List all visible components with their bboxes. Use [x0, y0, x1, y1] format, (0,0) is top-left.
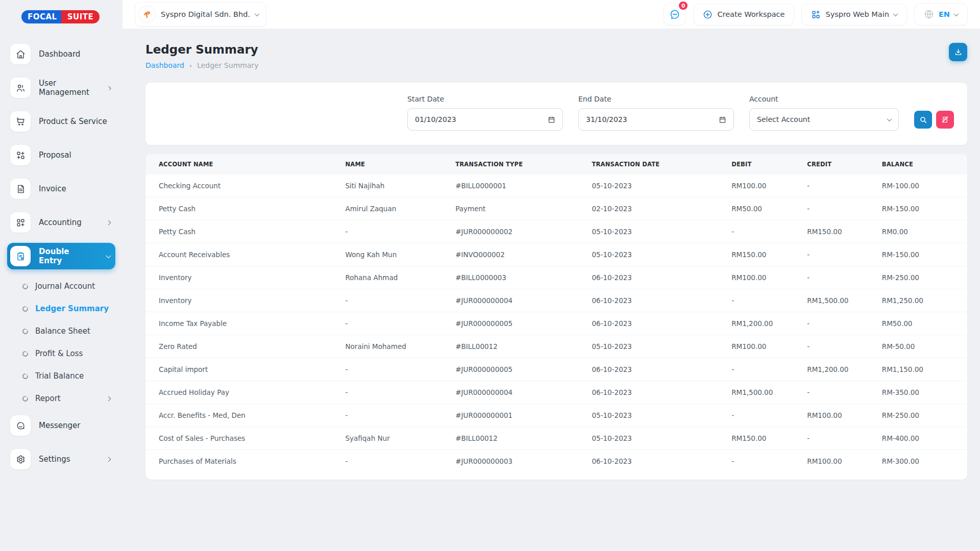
cell-name: Syafiqah Nur: [332, 427, 442, 449]
chevron-down-icon: [954, 11, 959, 16]
sidebar-item-dashboard[interactable]: Dashboard: [7, 41, 115, 67]
start-date-input[interactable]: 01/10/2023: [407, 108, 563, 131]
sidebar-subitem-label: Profit & Loss: [35, 349, 83, 358]
start-date-value: 01/10/2023: [415, 115, 456, 123]
cell-balance: RM-400.00: [869, 427, 967, 449]
calendar-icon: [719, 116, 726, 123]
account-label: Account: [749, 95, 899, 103]
cell-debit: RM150.00: [718, 243, 794, 266]
cell-account-name: Accr. Benefits - Med, Den: [145, 404, 332, 427]
table-header-row: ACCOUNT NAME NAME TRANSACTION TYPE TRANS…: [145, 154, 967, 174]
cell-debit: RM1,200.00: [718, 312, 794, 335]
cell-debit: RM100.00: [718, 266, 794, 289]
search-icon: [919, 116, 927, 124]
table-row[interactable]: Account Receivables Wong Kah Mun #INVO00…: [145, 243, 967, 266]
cell-transaction-type: #BILL0000001: [442, 174, 578, 197]
messages-button[interactable]: 0: [664, 3, 686, 26]
table-row[interactable]: Checking Account Siti Najihah #BILL00000…: [145, 174, 967, 197]
cell-name: -: [332, 358, 442, 381]
bullet-icon: [21, 305, 29, 312]
cell-account-name: Inventory: [145, 266, 332, 289]
cell-credit: RM100.00: [794, 404, 869, 427]
cell-name: Wong Kah Mun: [332, 243, 442, 266]
account-field: Account Select Account: [749, 95, 899, 131]
sidebar-item-product-service[interactable]: Product & Service: [7, 108, 115, 135]
message-count-badge: 0: [678, 1, 689, 11]
cell-transaction-type: #JUR000000005: [442, 358, 578, 381]
sidebar: FOCAL SUITE Dashboard User Management Pr…: [0, 0, 122, 551]
language-selector[interactable]: EN: [914, 3, 968, 26]
cell-transaction-date: 06-10-2023: [578, 289, 718, 312]
clear-filter-button[interactable]: [936, 111, 954, 129]
cell-debit: RM100.00: [718, 174, 794, 197]
account-select[interactable]: Select Account: [749, 108, 899, 131]
cell-transaction-date: 05-10-2023: [578, 404, 718, 427]
sidebar-subitem-balance-sheet[interactable]: Balance Sheet: [7, 321, 115, 341]
cell-debit: RM50.00: [718, 197, 794, 220]
cell-balance: RM-50.00: [869, 335, 967, 358]
sidebar-item-invoice[interactable]: Invoice: [7, 176, 115, 202]
column-header-name: NAME: [332, 154, 442, 174]
sidebar-subitem-report[interactable]: Report: [7, 389, 115, 408]
cell-name: -: [332, 381, 442, 404]
plus-circle-icon: [703, 10, 713, 19]
sidebar-subitem-trial-balance[interactable]: Trial Balance: [7, 366, 115, 386]
cell-credit: -: [794, 266, 869, 289]
start-date-field: Start Date 01/10/2023: [407, 95, 563, 131]
table-row[interactable]: Petty Cash - #JUR000000002 05-10-2023 - …: [145, 220, 967, 243]
workspace-grid-icon: [811, 10, 821, 19]
table-row[interactable]: Zero Rated Noraini Mohamed #BILL00012 05…: [145, 335, 967, 358]
sidebar-item-messenger[interactable]: Messenger: [7, 412, 115, 439]
invoice-icon: [10, 179, 31, 199]
company-selector[interactable]: Syspro Digital Sdn. Bhd.: [135, 2, 266, 27]
cell-balance: RM1,250.00: [869, 289, 967, 312]
cell-transaction-type: #BILL0000003: [442, 266, 578, 289]
cell-account-name: Purchases of Materials: [145, 450, 332, 472]
cell-balance: RM-250.00: [869, 266, 967, 289]
cell-name: Amirul Zaquan: [332, 197, 442, 220]
table-row[interactable]: Inventory Rohana Ahmad #BILL0000003 06-1…: [145, 266, 967, 289]
chevron-down-icon: [893, 11, 898, 16]
cell-transaction-date: 05-10-2023: [578, 243, 718, 266]
sidebar-subitem-profit-loss[interactable]: Profit & Loss: [7, 344, 115, 363]
sidebar-item-label: Proposal: [39, 151, 71, 160]
cell-transaction-type: #INVO000002: [442, 243, 578, 266]
table-row[interactable]: Income Tax Payable - #JUR000000005 06-10…: [145, 312, 967, 335]
chevron-right-icon: [107, 86, 111, 90]
sidebar-item-double-entry[interactable]: Double Entry: [7, 243, 115, 269]
search-button[interactable]: [914, 111, 932, 129]
cell-name: -: [332, 220, 442, 243]
table-row[interactable]: Cost of Sales - Purchases Syafiqah Nur #…: [145, 427, 967, 450]
cell-name: -: [332, 450, 442, 472]
workspace-selector[interactable]: Syspro Web Main: [801, 4, 907, 26]
create-workspace-button[interactable]: Create Workspace: [693, 4, 794, 26]
sidebar-subitem-label: Journal Account: [35, 282, 95, 291]
main-content: Ledger Summary Dashboard › Ledger Summar…: [122, 29, 980, 551]
sidebar-item-proposal[interactable]: Proposal: [7, 142, 115, 168]
table-row[interactable]: Petty Cash Amirul Zaquan Payment 02-10-2…: [145, 197, 967, 220]
cell-credit: -: [794, 312, 869, 335]
table-row[interactable]: Inventory - #JUR000000004 06-10-2023 - R…: [145, 289, 967, 312]
users-icon: [10, 78, 31, 98]
breadcrumb-separator: ›: [189, 62, 192, 69]
cell-transaction-type: Payment: [442, 197, 578, 220]
end-date-input[interactable]: 31/10/2023: [578, 108, 734, 131]
table-row[interactable]: Accrued Holiday Pay - #JUR000000004 06-1…: [145, 381, 967, 404]
cell-transaction-date: 06-10-2023: [578, 312, 718, 335]
sidebar-subitem-ledger-summary[interactable]: Ledger Summary: [7, 299, 115, 318]
table-row[interactable]: Capital import - #JUR000000005 06-10-202…: [145, 358, 967, 381]
end-date-label: End Date: [578, 95, 734, 103]
cell-transaction-type: #JUR000000003: [442, 450, 578, 472]
calendar-icon: [548, 116, 555, 123]
logo-focal: FOCAL: [21, 10, 63, 23]
sidebar-item-settings[interactable]: Settings: [7, 446, 115, 472]
sidebar-item-accounting[interactable]: Accounting: [7, 209, 115, 236]
sidebar-item-user-management[interactable]: User Management: [7, 74, 115, 101]
cell-transaction-type: #JUR000000005: [442, 312, 578, 335]
breadcrumb-dashboard-link[interactable]: Dashboard: [145, 61, 184, 69]
table-row[interactable]: Purchases of Materials - #JUR000000003 0…: [145, 450, 967, 472]
sidebar-subitem-journal-account[interactable]: Journal Account: [7, 277, 115, 296]
download-button[interactable]: [949, 43, 967, 61]
chevron-right-icon: [106, 220, 111, 225]
table-row[interactable]: Accr. Benefits - Med, Den - #JUR00000000…: [145, 404, 967, 427]
